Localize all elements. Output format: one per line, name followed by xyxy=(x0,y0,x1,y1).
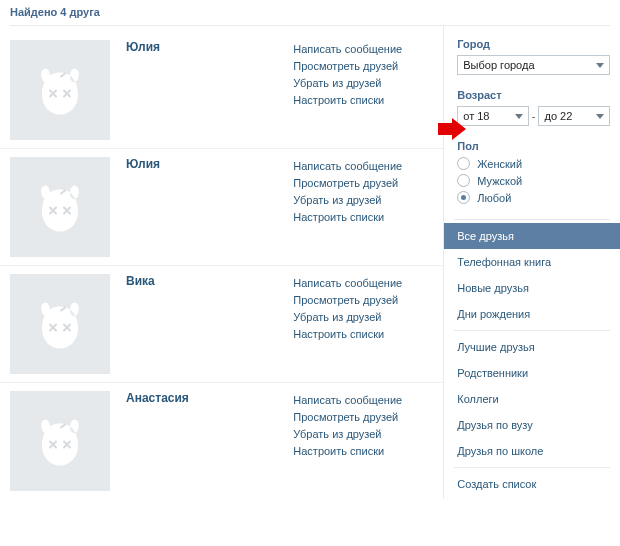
sex-filter-label: Пол xyxy=(457,140,610,152)
avatar-placeholder[interactable] xyxy=(10,40,110,140)
radio-label: Женский xyxy=(477,158,522,170)
friend-row: Вика Написать сообщение Просмотреть друз… xyxy=(0,266,443,383)
write-message-link[interactable]: Написать сообщение xyxy=(293,392,433,409)
radio-icon xyxy=(457,191,470,204)
sex-option-male[interactable]: Мужской xyxy=(457,174,610,187)
avatar-placeholder[interactable] xyxy=(10,274,110,374)
sidebar-item-school[interactable]: Друзья по школе xyxy=(444,438,620,464)
age-to-select[interactable]: до 22 xyxy=(538,106,610,126)
sex-option-female[interactable]: Женский xyxy=(457,157,610,170)
divider xyxy=(454,330,610,331)
avatar-placeholder[interactable] xyxy=(10,391,110,491)
view-friends-link[interactable]: Просмотреть друзей xyxy=(293,292,433,309)
radio-label: Любой xyxy=(477,192,511,204)
friend-row: Анастасия Написать сообщение Просмотреть… xyxy=(0,383,443,499)
friend-name-link[interactable]: Юлия xyxy=(126,157,160,171)
friend-row: Юлия Написать сообщение Просмотреть друз… xyxy=(0,149,443,266)
sidebar-item-relatives[interactable]: Родственники xyxy=(444,360,620,386)
city-filter-label: Город xyxy=(457,38,610,50)
view-friends-link[interactable]: Просмотреть друзей xyxy=(293,175,433,192)
friend-name-link[interactable]: Анастасия xyxy=(126,391,189,405)
age-from-select[interactable]: от 18 xyxy=(457,106,529,126)
write-message-link[interactable]: Написать сообщение xyxy=(293,275,433,292)
filter-sidebar: Город Выбор города Возраст от 18 - до 22… xyxy=(443,26,620,499)
radio-icon xyxy=(457,174,470,187)
remove-friend-link[interactable]: Убрать из друзей xyxy=(293,309,433,326)
configure-lists-link[interactable]: Настроить списки xyxy=(293,326,433,343)
configure-lists-link[interactable]: Настроить списки xyxy=(293,209,433,226)
radio-label: Мужской xyxy=(477,175,522,187)
sex-option-any[interactable]: Любой xyxy=(457,191,610,204)
age-dash: - xyxy=(529,110,539,122)
divider xyxy=(454,467,610,468)
divider xyxy=(454,219,610,220)
configure-lists-link[interactable]: Настроить списки xyxy=(293,92,433,109)
age-filter-label: Возраст xyxy=(457,89,610,101)
friends-list: Юлия Написать сообщение Просмотреть друз… xyxy=(0,26,443,499)
configure-lists-link[interactable]: Настроить списки xyxy=(293,443,433,460)
results-count-title: Найдено 4 друга xyxy=(0,0,620,21)
sidebar-item-phonebook[interactable]: Телефонная книга xyxy=(444,249,620,275)
friend-name-link[interactable]: Вика xyxy=(126,274,155,288)
city-select[interactable]: Выбор города xyxy=(457,55,610,75)
friend-name-link[interactable]: Юлия xyxy=(126,40,160,54)
remove-friend-link[interactable]: Убрать из друзей xyxy=(293,426,433,443)
sidebar-item-new-friends[interactable]: Новые друзья xyxy=(444,275,620,301)
remove-friend-link[interactable]: Убрать из друзей xyxy=(293,192,433,209)
view-friends-link[interactable]: Просмотреть друзей xyxy=(293,409,433,426)
sidebar-item-university[interactable]: Друзья по вузу xyxy=(444,412,620,438)
sidebar-item-colleagues[interactable]: Коллеги xyxy=(444,386,620,412)
sidebar-item-birthdays[interactable]: Дни рождения xyxy=(444,301,620,327)
friend-row: Юлия Написать сообщение Просмотреть друз… xyxy=(0,32,443,149)
avatar-placeholder[interactable] xyxy=(10,157,110,257)
remove-friend-link[interactable]: Убрать из друзей xyxy=(293,75,433,92)
sidebar-item-best-friends[interactable]: Лучшие друзья xyxy=(444,334,620,360)
view-friends-link[interactable]: Просмотреть друзей xyxy=(293,58,433,75)
write-message-link[interactable]: Написать сообщение xyxy=(293,158,433,175)
radio-icon xyxy=(457,157,470,170)
sidebar-item-all-friends[interactable]: Все друзья xyxy=(444,223,620,249)
sidebar-item-create-list[interactable]: Создать список xyxy=(444,471,620,497)
write-message-link[interactable]: Написать сообщение xyxy=(293,41,433,58)
